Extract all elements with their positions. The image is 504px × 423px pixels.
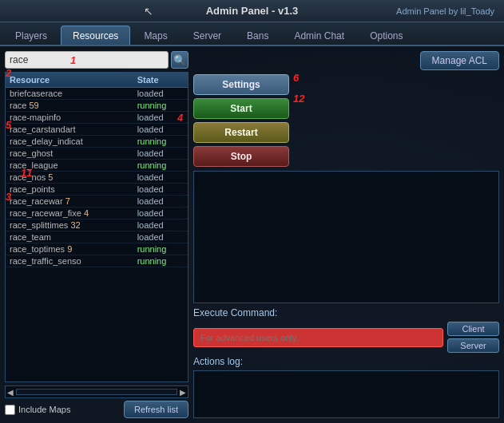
- table-row[interactable]: race 59 running: [6, 100, 188, 112]
- resource-name-cell: race_racewar_fixe 4: [6, 208, 133, 219]
- actions-log-area: [193, 370, 499, 418]
- search-bar: 🔍: [5, 51, 189, 69]
- resource-name-cell: race_delay_indicat: [6, 136, 133, 148]
- resource-state-cell: running: [133, 136, 188, 148]
- col-header-resource: Resource: [6, 73, 133, 88]
- action-buttons: Settings Start Restart Stop: [193, 74, 499, 167]
- settings-button[interactable]: Settings: [193, 74, 289, 95]
- annotation-11: 11: [21, 167, 32, 179]
- annotation-4: 4: [177, 112, 183, 124]
- resource-name-cell: race 59: [6, 100, 133, 112]
- execute-input[interactable]: [193, 328, 443, 347]
- table-row[interactable]: race_ghost loaded: [6, 148, 188, 160]
- resource-table: Resource State briefcaserace loaded race…: [6, 73, 188, 267]
- resource-name-cell: race_splittimes 32: [6, 219, 133, 231]
- refresh-list-button[interactable]: Refresh list: [124, 401, 189, 418]
- annotation-3: 3: [6, 191, 11, 203]
- resource-state-cell: loaded: [133, 88, 188, 100]
- output-area: [193, 171, 499, 303]
- table-row[interactable]: race_racewar 7 loaded: [6, 196, 188, 208]
- col-header-state: State: [133, 73, 188, 88]
- table-row[interactable]: race_league running: [6, 160, 188, 172]
- table-row[interactable]: race_nos 5 loaded: [6, 172, 188, 184]
- resource-state-cell: running: [133, 243, 188, 255]
- scroll-left-arrow[interactable]: ◀: [7, 388, 14, 397]
- left-panel: 1 2 3 5 11 🔍 Resource State: [5, 51, 189, 418]
- resource-state-cell: running: [133, 160, 188, 172]
- title-bar-text: Admin Panel - v1.3: [206, 5, 299, 17]
- scrollbar-area[interactable]: ◀ ▶: [5, 385, 189, 398]
- left-bottom: ◀ ▶ Include Maps Refresh list: [5, 385, 189, 418]
- search-input[interactable]: [5, 51, 169, 69]
- resource-name-cell: race_racewar 7: [6, 196, 133, 208]
- table-row[interactable]: race_team loaded: [6, 231, 188, 243]
- right-top: Manage ACL: [193, 51, 499, 70]
- resource-state-cell: loaded: [133, 231, 188, 243]
- tab-server[interactable]: Server: [181, 26, 233, 45]
- cursor-icon: ↖: [144, 5, 153, 18]
- annotation-6: 6: [293, 72, 299, 84]
- resource-name-cell: race_team: [6, 231, 133, 243]
- annotation-5: 5: [6, 119, 11, 131]
- tab-bans[interactable]: Bans: [235, 26, 280, 45]
- annotation-2: 2: [6, 67, 11, 79]
- table-row[interactable]: briefcaserace loaded: [6, 88, 188, 100]
- actions-log-label: Actions log:: [193, 356, 499, 367]
- table-row[interactable]: race_delay_indicat running: [6, 136, 188, 148]
- client-button[interactable]: Client: [447, 322, 499, 336]
- resource-name-cell: race_carstandart: [6, 124, 133, 136]
- server-button[interactable]: Server: [447, 338, 499, 353]
- tab-bar: Players Resources Maps Server Bans Admin…: [0, 22, 504, 46]
- table-row[interactable]: race_carstandart loaded: [6, 124, 188, 136]
- execute-command-label: Execute Command:: [193, 307, 499, 318]
- right-panel: 6 12 4 Manage ACL Settings Start Restart…: [193, 51, 499, 418]
- resource-name-cell: race_ghost: [6, 148, 133, 160]
- resource-state-cell: loaded: [133, 172, 188, 184]
- table-row[interactable]: race_traffic_senso running: [6, 255, 188, 267]
- table-row[interactable]: race_racewar_fixe 4 loaded: [6, 208, 188, 219]
- resource-state-cell: loaded: [133, 196, 188, 208]
- title-bar: ↖ Admin Panel - v1.3 Admin Panel by lil_…: [0, 0, 504, 22]
- scroll-track: [16, 389, 177, 395]
- tab-admin-chat[interactable]: Admin Chat: [282, 26, 356, 45]
- resource-state-cell: loaded: [133, 124, 188, 136]
- resource-state-cell: loaded: [133, 148, 188, 160]
- stop-button[interactable]: Stop: [193, 146, 289, 167]
- tab-options[interactable]: Options: [358, 26, 415, 45]
- resource-name-cell: race_toptimes 9: [6, 243, 133, 255]
- resource-name-cell: briefcaserace: [6, 88, 133, 100]
- tab-players[interactable]: Players: [3, 26, 59, 45]
- resource-state-cell: running: [133, 255, 188, 267]
- table-row[interactable]: race-mapinfo loaded: [6, 112, 188, 124]
- start-button[interactable]: Start: [193, 98, 289, 119]
- resource-state-cell: running: [133, 100, 188, 112]
- include-maps-checkbox[interactable]: [5, 405, 15, 415]
- table-row[interactable]: race_splittimes 32 loaded: [6, 219, 188, 231]
- resource-state-cell: loaded: [133, 208, 188, 219]
- tab-resources[interactable]: Resources: [61, 26, 130, 45]
- restart-button[interactable]: Restart: [193, 122, 289, 143]
- title-bar-credit: Admin Panel by lil_Toady: [396, 6, 494, 16]
- search-button[interactable]: 🔍: [171, 51, 189, 69]
- execute-section: Execute Command: Client Server Actions l…: [193, 307, 499, 418]
- resource-state-cell: loaded: [133, 184, 188, 196]
- execute-row: Client Server: [193, 322, 499, 353]
- app-container: ↖ Admin Panel - v1.3 Admin Panel by lil_…: [0, 0, 504, 423]
- scroll-right-arrow[interactable]: ▶: [180, 388, 186, 397]
- manage-acl-button[interactable]: Manage ACL: [420, 51, 499, 70]
- annotation-1: 1: [70, 54, 76, 66]
- table-row[interactable]: race_points loaded: [6, 184, 188, 196]
- resource-state-cell: loaded: [133, 219, 188, 231]
- annotation-12: 12: [293, 93, 304, 105]
- main-content: 1 2 3 5 11 🔍 Resource State: [0, 46, 504, 423]
- include-maps-row: Include Maps Refresh list: [5, 401, 189, 418]
- resource-name-cell: race_traffic_senso: [6, 255, 133, 267]
- resource-name-cell: race_points: [6, 184, 133, 196]
- include-maps-label[interactable]: Include Maps: [5, 405, 70, 415]
- exec-side-btns: Client Server: [447, 322, 499, 353]
- table-row[interactable]: race_toptimes 9 running: [6, 243, 188, 255]
- resource-table-container[interactable]: Resource State briefcaserace loaded race…: [5, 72, 189, 382]
- tab-maps[interactable]: Maps: [132, 26, 179, 45]
- resource-name-cell: race-mapinfo: [6, 112, 133, 124]
